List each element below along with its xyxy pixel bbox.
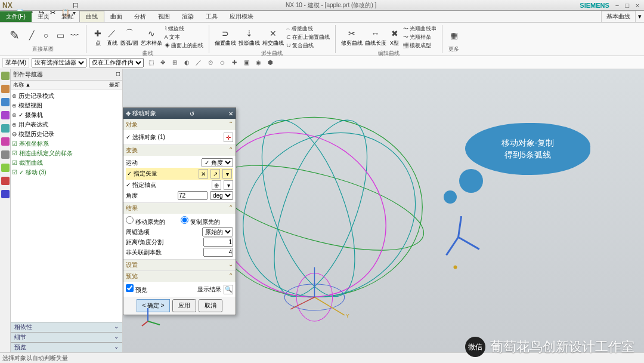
- minimize-icon[interactable]: −: [613, 2, 621, 9]
- sel-icon[interactable]: ⊞: [170, 58, 179, 67]
- sel-icon[interactable]: ⊙: [206, 58, 215, 67]
- tab-surface[interactable]: 曲面: [104, 11, 128, 22]
- copies-input[interactable]: [203, 248, 233, 257]
- col-name[interactable]: 名称 ▲: [11, 81, 33, 90]
- offset-face-btn[interactable]: ⊂ 在面上偏置曲线: [286, 33, 330, 41]
- vector-row[interactable]: ✓ 指定矢量: [127, 170, 196, 178]
- smooth2-btn[interactable]: 〜 光顺样条: [403, 33, 437, 41]
- tree-item[interactable]: ☑ 截面曲线: [12, 158, 121, 168]
- detail-panel[interactable]: 细节⌄: [11, 332, 122, 342]
- line2-icon[interactable]: ／: [106, 27, 118, 39]
- pivot-row[interactable]: ✓ 指定轴点: [126, 181, 209, 189]
- rail-icon[interactable]: [1, 124, 10, 133]
- vector-drop-icon[interactable]: ▾: [222, 169, 232, 179]
- help-icon[interactable]: ▾: [638, 13, 642, 20]
- select-object-row[interactable]: ✓ 选择对象 (1): [126, 133, 221, 141]
- xform-icon[interactable]: ✖: [389, 27, 401, 39]
- filter-select[interactable]: 没有选择过滤器: [32, 58, 86, 67]
- apply-button[interactable]: 应用: [172, 299, 196, 312]
- more-icon[interactable]: ▦: [448, 29, 460, 41]
- rail-icon[interactable]: [1, 111, 10, 119]
- preview-check[interactable]: 预览: [126, 284, 195, 294]
- sel-icon[interactable]: ⬢: [265, 58, 275, 67]
- length-icon[interactable]: ↔: [370, 27, 382, 39]
- copy-radio[interactable]: 复制原先的: [181, 216, 233, 226]
- bridge-btn[interactable]: ⌢ 桥接曲线: [286, 25, 330, 33]
- text-btn[interactable]: A 文本: [165, 33, 204, 41]
- rail-icon[interactable]: [1, 85, 10, 93]
- point-icon[interactable]: ⊕: [212, 180, 221, 190]
- dialog-reset-icon[interactable]: ↺: [190, 110, 194, 117]
- line-icon[interactable]: ╱: [26, 29, 38, 41]
- curve-on-surf-btn[interactable]: ◈ 曲面上的曲线: [165, 42, 204, 50]
- tab-view[interactable]: 视图: [152, 11, 176, 22]
- point-icon[interactable]: ✚: [92, 27, 104, 39]
- spline-icon[interactable]: 〰: [69, 29, 80, 41]
- tab-analysis[interactable]: 分析: [128, 11, 152, 22]
- dep-panel[interactable]: 相依性⌄: [11, 322, 122, 332]
- project-icon[interactable]: ⇣: [243, 27, 255, 39]
- point-drop-icon[interactable]: ▾: [224, 180, 233, 190]
- close-icon[interactable]: ×: [633, 2, 642, 9]
- section-header[interactable]: 对象: [126, 121, 138, 129]
- circle-icon[interactable]: ○: [40, 29, 52, 41]
- sel-icon[interactable]: ⬚: [146, 58, 156, 67]
- tab-home[interactable]: 主页: [32, 11, 55, 22]
- maximize-icon[interactable]: □: [623, 2, 631, 9]
- motion-select[interactable]: ✓ 角度: [202, 158, 233, 167]
- tree-item[interactable]: ⊕ ✓ 摄像机: [12, 110, 121, 120]
- model-tree[interactable]: ⊕ 历史记录模式 ⊕ 模型视图 ⊕ ✓ 摄像机 ⊕ 用户表达式 ⊖ 模型历史记录…: [11, 90, 122, 322]
- menu-dropdown[interactable]: 菜单(M): [2, 58, 29, 67]
- tab-assembly[interactable]: 装配: [55, 11, 79, 22]
- ribbon-search[interactable]: 基本曲线: [601, 11, 636, 23]
- ribbon-group-more[interactable]: ▦ 更多: [445, 24, 463, 54]
- result-icon[interactable]: 🔍: [224, 285, 233, 294]
- divisions-input[interactable]: [203, 238, 233, 247]
- move-radio[interactable]: 移动原先的: [126, 216, 178, 226]
- intersect-icon[interactable]: ✕: [267, 27, 279, 39]
- preview-panel[interactable]: 预览⌄: [11, 342, 122, 352]
- sketch-icon[interactable]: ✎: [5, 26, 23, 44]
- tree-item[interactable]: ⊕ 用户表达式: [12, 120, 121, 130]
- tab-render[interactable]: 渲染: [176, 11, 200, 22]
- target-icon[interactable]: ✛: [224, 133, 233, 142]
- rail-icon[interactable]: [1, 137, 10, 146]
- template-btn[interactable]: ▦ 模板成型: [403, 42, 437, 50]
- sel-icon[interactable]: ◉: [253, 58, 263, 67]
- viewport[interactable]: Y ✥ 移动对象↺✕ 对象⌃ ✓ 选择对象 (1)✛ 变换⌃ 运: [123, 69, 644, 352]
- rail-icon[interactable]: [1, 164, 10, 172]
- vector-pick-icon[interactable]: ↗: [210, 169, 220, 179]
- section-header[interactable]: 变换: [126, 146, 138, 155]
- sel-icon[interactable]: ▣: [242, 58, 251, 67]
- angle-input[interactable]: [178, 191, 208, 200]
- tab-tools[interactable]: 工具: [200, 11, 224, 22]
- dialog-close-icon[interactable]: ✕: [228, 110, 233, 117]
- helix-btn[interactable]: ⌇ 螺旋线: [165, 25, 204, 33]
- view-triad[interactable]: [141, 304, 165, 328]
- sel-icon[interactable]: ◇: [218, 58, 227, 67]
- angle-unit[interactable]: deg: [210, 191, 233, 200]
- tree-item[interactable]: ⊖ 模型历史记录: [12, 130, 121, 139]
- section-header[interactable]: 结果: [126, 204, 138, 213]
- rail-icon[interactable]: [1, 190, 10, 198]
- tree-item[interactable]: ⊕ 模型视图: [12, 101, 121, 110]
- sel-icon[interactable]: ✚: [230, 58, 239, 67]
- col-latest[interactable]: 最新: [107, 81, 122, 90]
- rail-icon[interactable]: [1, 98, 10, 106]
- qat-window[interactable]: 窗口 ▾: [73, 0, 81, 1]
- cancel-button[interactable]: 取消: [199, 299, 222, 312]
- compound-btn[interactable]: ∪ 复合曲线: [286, 42, 330, 50]
- section-header[interactable]: 设置: [126, 261, 138, 269]
- tree-item[interactable]: ☑ 相连曲线定义的样条: [12, 149, 121, 158]
- tree-item[interactable]: ☑ 基准坐标系: [12, 139, 121, 149]
- tab-apps[interactable]: 应用模块: [224, 11, 259, 22]
- file-menu[interactable]: 文件(F): [0, 11, 32, 22]
- tree-item[interactable]: ⊕ 历史记录模式: [12, 91, 121, 101]
- pin-icon[interactable]: □: [116, 70, 120, 79]
- offset-icon[interactable]: ⊃: [219, 27, 231, 39]
- smooth-btn[interactable]: 〜 光顺曲线串: [403, 25, 437, 33]
- rail-icon[interactable]: [1, 177, 10, 185]
- sel-icon[interactable]: ◐: [182, 58, 191, 67]
- vector-icon[interactable]: ✕: [199, 169, 208, 179]
- tree-item[interactable]: ☑ ✓ 移动 (3): [12, 168, 121, 177]
